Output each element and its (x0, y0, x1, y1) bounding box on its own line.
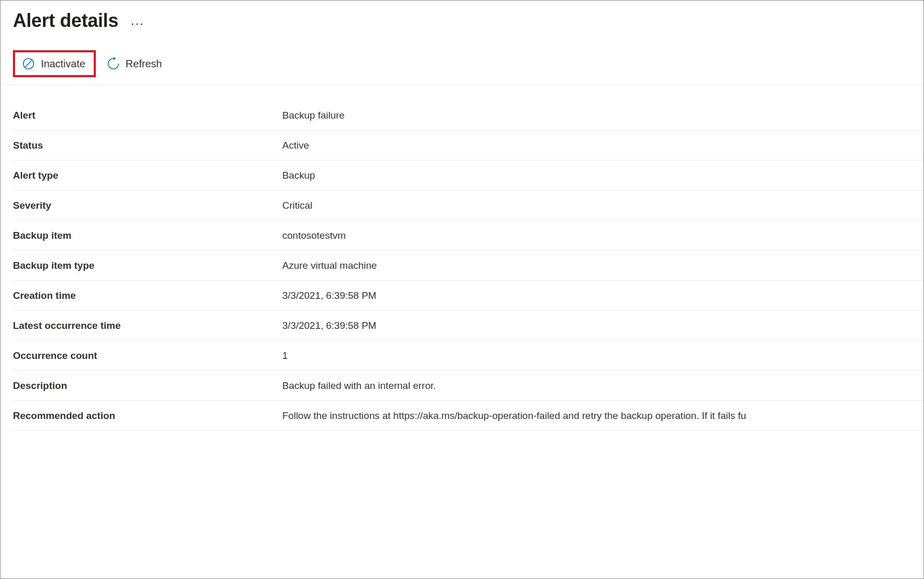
detail-row-alert: Alert Backup failure (13, 100, 923, 131)
detail-row-backup-item: Backup item contosotestvm (13, 221, 923, 251)
inactivate-label: Inactivate (41, 58, 85, 70)
detail-value: Backup (282, 170, 315, 181)
detail-row-recommended-action: Recommended action Follow the instructio… (13, 401, 923, 431)
refresh-button[interactable]: Refresh (101, 53, 168, 74)
detail-label: Backup item type (13, 260, 282, 271)
detail-row-status: Status Active (13, 131, 923, 161)
detail-row-backup-item-type: Backup item type Azure virtual machine (13, 251, 923, 281)
detail-row-creation-time: Creation time 3/3/2021, 6:39:58 PM (13, 281, 923, 311)
detail-value: Follow the instructions at https://aka.m… (282, 410, 746, 422)
detail-label: Severity (13, 200, 282, 211)
detail-row-severity: Severity Critical (13, 191, 923, 221)
detail-label: Latest occurrence time (13, 320, 282, 331)
more-options-button[interactable]: ··· (128, 15, 146, 32)
detail-label: Status (13, 140, 282, 151)
detail-label: Creation time (13, 290, 282, 301)
inactivate-button[interactable]: Inactivate (16, 53, 92, 74)
prohibit-icon (22, 57, 35, 70)
detail-value: Active (282, 140, 309, 151)
detail-value: Backup failed with an internal error. (282, 380, 436, 392)
detail-row-occurrence-count: Occurrence count 1 (13, 341, 923, 371)
toolbar: Inactivate Refresh (1, 36, 923, 85)
detail-value: 3/3/2021, 6:39:58 PM (282, 290, 377, 301)
detail-label: Alert (13, 110, 282, 121)
svg-line-1 (25, 60, 32, 67)
detail-value: contosotestvm (282, 230, 346, 241)
detail-label: Occurrence count (13, 350, 282, 361)
header: Alert details ··· (1, 1, 923, 36)
detail-row-alert-type: Alert type Backup (13, 161, 923, 191)
detail-value: 3/3/2021, 6:39:58 PM (282, 320, 377, 331)
detail-value: 1 (282, 350, 288, 361)
detail-value: Critical (282, 200, 312, 211)
detail-label: Backup item (13, 230, 282, 241)
detail-row-latest-occurrence-time: Latest occurrence time 3/3/2021, 6:39:58… (13, 311, 923, 341)
detail-value: Azure virtual machine (282, 260, 377, 271)
details-panel: Alert Backup failure Status Active Alert… (1, 85, 923, 431)
detail-label: Alert type (13, 170, 282, 181)
page-title: Alert details (13, 10, 118, 32)
refresh-label: Refresh (126, 58, 162, 70)
refresh-icon (107, 57, 120, 70)
detail-row-description: Description Backup failed with an intern… (13, 371, 923, 401)
detail-value: Backup failure (282, 110, 344, 121)
highlight-annotation: Inactivate (13, 50, 96, 77)
detail-label: Description (13, 380, 282, 392)
detail-label: Recommended action (13, 410, 282, 422)
